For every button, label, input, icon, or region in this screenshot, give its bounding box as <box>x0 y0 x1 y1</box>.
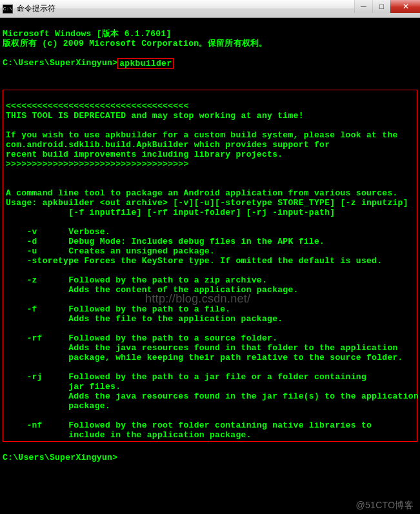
output-line: <<<<<<<<<<<<<<<<<<<<<<<<<<<<<<<<<<< <box>6 101 189 111</box>
output-line: recent build improvements including libr… <box>6 150 283 159</box>
output-line: A command line tool to package an Androi… <box>6 188 398 198</box>
output-line: If you wish to use apkbuilder for a cust… <box>6 130 398 140</box>
output-line: -storetype Forces the KeyStore type. If … <box>6 256 382 266</box>
output-line: -f Followed by the path to a file. <box>6 304 230 314</box>
output-highlight-box: <<<<<<<<<<<<<<<<<<<<<<<<<<<<<<<<<<< THIS… <box>3 90 417 442</box>
prompt-path: C:\Users\SuperXingyun> <box>3 453 117 462</box>
output-line: -u Creates an unsigned package. <box>6 246 215 256</box>
app-icon: C:\ <box>3 5 13 14</box>
output-line: Adds the java resources found in that fo… <box>6 343 398 353</box>
output-line: package. <box>6 401 110 411</box>
prompt-path: C:\Users\SuperXingyun> <box>3 58 117 69</box>
window-controls: ─ □ ✕ <box>354 0 420 13</box>
output-line: THIS TOOL IS DEPRECATED and may stop wor… <box>6 111 304 121</box>
command-prompt-window: C:\ 命令提示符 ─ □ ✕ Microsoft Windows [版本 6.… <box>0 0 420 514</box>
command-highlight: apkbuilder <box>117 58 174 69</box>
output-line: jar files. <box>6 382 121 391</box>
window-title: 命令提示符 <box>17 3 55 14</box>
output-line: -rj Followed by the path to a jar file o… <box>6 372 366 382</box>
output-line: Usage: apkbuilder <out archive> [-v][-u]… <box>6 198 408 208</box>
header-line: Microsoft Windows [版本 6.1.7601] <box>3 29 172 39</box>
terminal-area[interactable]: Microsoft Windows [版本 6.1.7601] 版权所有 (c)… <box>0 18 420 514</box>
minimize-button[interactable]: ─ <box>354 0 372 13</box>
output-line: package, while keeping their path relati… <box>6 353 403 362</box>
output-line: -rf Followed by the path to a source fol… <box>6 333 277 343</box>
output-line: Adds the file to the application package… <box>6 314 283 324</box>
output-line: >>>>>>>>>>>>>>>>>>>>>>>>>>>>>>>>>>> <box>6 159 189 169</box>
output-line: -z Followed by the path to a zip archive… <box>6 275 267 285</box>
output-line: include in the application package. <box>6 430 252 440</box>
output-line: [-f inputfile] [-rf input-folder] [-rj -… <box>6 208 335 217</box>
output-line: -nf Followed by the root folder containi… <box>6 420 372 430</box>
watermark-51cto: @51CTO博客 <box>356 500 414 510</box>
output-line: com.android.sdklib.build.ApkBuilder whic… <box>6 140 330 150</box>
header-line: 版权所有 (c) 2009 Microsoft Corporation。保留所有… <box>3 39 268 48</box>
output-line: -d Debug Mode: Includes debug files in t… <box>6 237 325 246</box>
output-line: -v Verbose. <box>6 227 110 237</box>
output-line: Adds the content of the application pack… <box>6 285 299 295</box>
maximize-button[interactable]: □ <box>372 0 390 13</box>
titlebar[interactable]: C:\ 命令提示符 ─ □ ✕ <box>0 0 420 18</box>
output-line: Adds the java resources found in the jar… <box>6 391 419 401</box>
close-button[interactable]: ✕ <box>390 0 420 13</box>
